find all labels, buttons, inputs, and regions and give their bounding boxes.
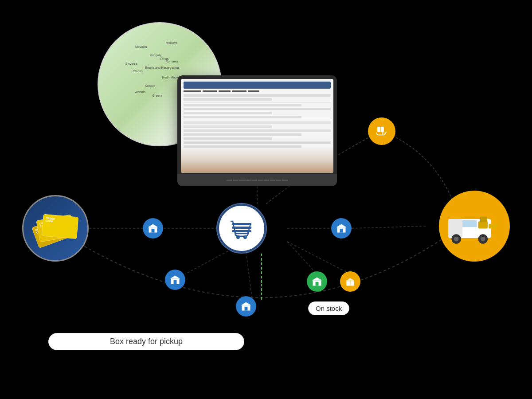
svg-line-8: [246, 248, 252, 297]
svg-point-15: [454, 237, 459, 242]
store-icon-2: [169, 274, 181, 286]
box-node-right-orange: [340, 271, 360, 292]
svg-marker-34: [241, 302, 251, 305]
laptop-screen: [181, 79, 333, 173]
store-node-left-1: [143, 218, 163, 239]
pickup-node-top: [368, 117, 395, 145]
cart-icon: [228, 215, 255, 242]
van-svg: [446, 207, 503, 245]
svg-line-9: [287, 242, 317, 274]
store-node-right-green: [307, 271, 327, 292]
box-ready-label: Box ready for pickup: [48, 333, 244, 350]
laptop-image: [177, 75, 337, 186]
store-icon-4: [336, 223, 347, 234]
store-icon-1: [147, 223, 159, 234]
svg-rect-38: [340, 229, 343, 233]
svg-marker-37: [336, 224, 347, 227]
svg-rect-28: [152, 229, 155, 233]
box-icon: [344, 276, 356, 287]
svg-rect-20: [489, 224, 497, 229]
pickup-icon: [375, 125, 388, 138]
svg-rect-19: [480, 217, 487, 223]
svg-line-4: [352, 226, 426, 228]
svg-rect-41: [316, 282, 319, 286]
box-ready-text: Box ready for pickup: [110, 337, 183, 346]
on-stock-text: On stock: [316, 305, 342, 312]
store-icon-5: [311, 276, 323, 287]
svg-line-10: [287, 242, 350, 274]
svg-point-25: [243, 235, 247, 239]
svg-point-24: [236, 235, 240, 239]
svg-point-17: [481, 237, 485, 242]
svg-rect-35: [245, 307, 248, 311]
svg-marker-31: [170, 275, 180, 278]
delivery-van-image: [439, 191, 510, 262]
svg-marker-40: [312, 277, 322, 280]
store-node-left-2: [165, 270, 185, 290]
scene: Slovakia Hungary Slovenia Croatia Bosnia…: [0, 0, 532, 399]
credit-cards-image: CREDITCARD CREDITCARD CREDITCARD: [22, 195, 89, 262]
svg-marker-13: [462, 220, 477, 227]
svg-marker-43: [346, 278, 354, 280]
store-icon-3: [240, 301, 252, 312]
svg-rect-18: [478, 221, 488, 228]
svg-rect-32: [174, 280, 177, 284]
svg-marker-27: [148, 224, 158, 227]
store-node-left-3: [236, 296, 256, 317]
on-stock-badge: On stock: [308, 301, 349, 315]
center-cart-node: [217, 204, 266, 253]
store-node-right-1: [331, 218, 352, 239]
svg-rect-29: [149, 228, 157, 229]
